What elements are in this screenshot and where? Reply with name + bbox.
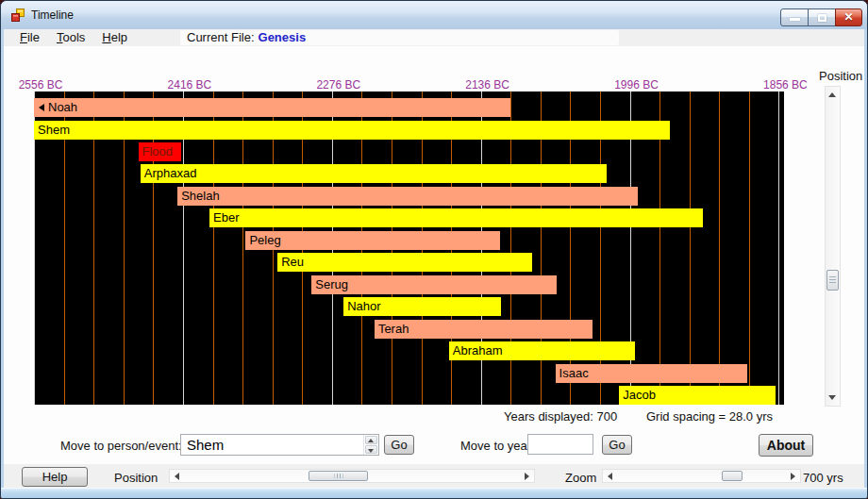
spin-down-button[interactable]: [365, 445, 377, 454]
person-selector-value: Shem: [187, 437, 224, 453]
window-frame-left: [1, 29, 4, 488]
major-gridline: [778, 91, 779, 405]
axis-tick-label: 2416 BC: [168, 78, 212, 91]
axis-tick-label: 2276 BC: [316, 78, 360, 91]
timeline-bar-peleg: Peleg: [245, 231, 500, 250]
zoom-slider-label: Zoom: [565, 471, 596, 485]
current-file-label: Current File:: [187, 30, 255, 44]
current-file-strip: Current File:Genesis: [180, 30, 619, 45]
minimize-icon: [790, 18, 800, 21]
scroll-down-icon[interactable]: [828, 395, 836, 400]
zoom-scrollbar[interactable]: [602, 469, 801, 483]
go-person-button[interactable]: Go: [384, 435, 414, 455]
menu-file[interactable]: File: [11, 29, 48, 45]
scroll-up-icon[interactable]: [828, 92, 836, 97]
grid-spacing-label: Grid spacing = 28.0 yrs: [646, 409, 773, 424]
menu-bar: FileToolsHelp Current File:Genesis: [4, 29, 866, 46]
app-icon: [10, 8, 25, 23]
timeline-bar-isaac: Isaac: [556, 364, 747, 383]
zoom-right-icon[interactable]: [791, 473, 795, 480]
move-to-person-label: Move to person/event:: [60, 439, 182, 453]
position-scrollbar-label: Position: [819, 69, 862, 83]
maximize-button[interactable]: [808, 8, 836, 26]
horizontal-position-scrollbar[interactable]: [169, 469, 535, 483]
menu-tools[interactable]: Tools: [48, 29, 93, 45]
spin-up-icon: [368, 439, 374, 442]
timeline-bar-serug: Serug: [311, 275, 556, 294]
position-slider-label: Position: [114, 471, 158, 485]
axis-tick-label: 2556 BC: [19, 78, 63, 91]
person-selector[interactable]: Shem: [180, 434, 379, 456]
zoom-scrollbar-thumb[interactable]: [722, 471, 743, 481]
minimize-button[interactable]: [780, 8, 809, 26]
close-button[interactable]: ✕: [835, 8, 862, 26]
scroll-right-icon[interactable]: [525, 473, 529, 480]
title-bar[interactable]: Timeline ✕: [1, 1, 868, 29]
move-to-year-label: Move to year:: [460, 439, 535, 453]
spin-up-button[interactable]: [365, 436, 377, 444]
vertical-position-scrollbar[interactable]: [825, 86, 841, 407]
app-window: Timeline ✕ FileToolsHelp Current File:Ge…: [0, 0, 868, 499]
scroll-left-icon[interactable]: [175, 473, 179, 480]
timeline-bar-flood: Flood: [139, 142, 181, 161]
minor-gridline: [690, 91, 691, 405]
window-frame-bottom: [1, 488, 868, 499]
window-title: Timeline: [31, 8, 74, 22]
menu-help[interactable]: Help: [93, 29, 136, 45]
go-year-button[interactable]: Go: [602, 435, 632, 455]
timeline-bar-abraham: Abraham: [449, 341, 635, 360]
axis-tick-label: 1856 BC: [763, 78, 808, 91]
years-displayed-label: Years displayed: 700: [504, 409, 617, 424]
timeline-bar-jacob: Jacob: [619, 386, 776, 405]
zoom-value-label: 700 yrs: [803, 471, 843, 485]
axis-labels: 2556 BC2416 BC2276 BC2136 BC1996 BC1856 …: [34, 78, 784, 91]
minor-gridline: [719, 91, 720, 405]
timeline-bar-nahor: Nahor: [343, 297, 501, 316]
minor-gridline: [749, 91, 750, 405]
maximize-icon: [818, 14, 826, 22]
horizontal-scrollbar-thumb[interactable]: [309, 471, 368, 481]
timeline-bar-terah: Terah: [375, 320, 593, 339]
timeline-bar-eber: Eber: [209, 208, 703, 227]
timeline-bar-shelah: Shelah: [177, 187, 638, 206]
timeline-bar-arphaxad: Arphaxad: [141, 164, 607, 183]
axis-tick-label: 2136 BC: [465, 78, 509, 91]
year-input[interactable]: [527, 434, 593, 455]
window-frame-right: [864, 29, 867, 488]
person-selector-spinner: [363, 435, 378, 455]
client-area: Position 2556 BC2416 BC2276 BC2136 BC199…: [4, 46, 866, 488]
timeline-bar-reu: Reu: [277, 253, 532, 272]
spin-down-icon: [368, 449, 374, 453]
close-icon: ✕: [836, 10, 861, 24]
timeline-bar-shem: Shem: [34, 121, 670, 140]
clipped-left-arrow-icon: [39, 104, 44, 111]
help-button[interactable]: Help: [22, 467, 88, 487]
zoom-left-icon[interactable]: [608, 473, 612, 480]
chart-area: NoahShemFloodArphaxadShelahEberPelegReuS…: [34, 91, 784, 405]
about-button[interactable]: About: [759, 434, 813, 457]
bottom-bar: Help Position Zoom 700 yrs: [4, 464, 866, 488]
timeline-bar-noah: Noah: [34, 98, 510, 117]
axis-tick-label: 1996 BC: [614, 78, 659, 91]
current-file-value: Genesis: [259, 30, 307, 44]
vertical-scrollbar-thumb[interactable]: [826, 270, 839, 291]
